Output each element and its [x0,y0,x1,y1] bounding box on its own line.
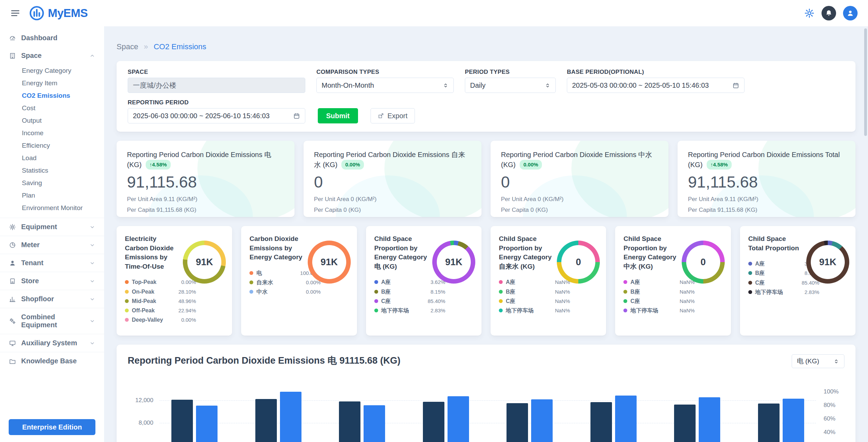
space-input[interactable]: 一度城/办公楼 [128,78,305,93]
y-axis-tick: 12,000 [135,397,153,404]
sidebar-subitem-income[interactable]: Income [0,127,104,139]
base-period-bar[interactable] [339,401,360,442]
export-button[interactable]: Export [371,108,415,123]
reporting-period-bar[interactable] [280,392,301,442]
menu-toggle-icon[interactable] [10,8,20,18]
topbar: MyEMS [0,0,868,26]
legend-item[interactable]: Mid-Peak48.96% [125,296,196,306]
reporting-period-bar[interactable] [783,399,804,442]
legend-dot-icon [125,280,129,284]
legend-item[interactable]: C座NaN% [623,296,695,306]
legend-dot-icon [748,262,752,266]
base-period-bar[interactable] [255,399,277,442]
sidebar-item-dashboard[interactable]: Dashboard [0,29,104,47]
legend-item[interactable]: 地下停车场NaN% [623,306,695,315]
sidebar-subitem-plan[interactable]: Plan [0,189,104,202]
legend-item[interactable]: On-Peak28.10% [125,287,196,296]
base-period-bar[interactable] [507,403,528,442]
sidebar-item-meter[interactable]: Meter [0,236,104,254]
sidebar-item-shopfloor[interactable]: Shopfloor [0,290,104,308]
select-caret-icon [545,83,551,88]
store-icon [9,278,16,285]
legend-item[interactable]: Deep-Valley0.00% [125,315,196,324]
calendar-icon [732,82,739,89]
base-period-bar[interactable] [590,402,612,442]
notifications-button[interactable] [822,6,836,20]
settings-gear-icon[interactable] [804,8,815,18]
sidebar-item-space[interactable]: Space [0,47,104,64]
legend-label: 地下停车场 [630,307,658,314]
sidebar-subitem-energy-category[interactable]: Energy Category [0,64,104,77]
donut-card: Child Space Total Proportion91KA座3.62%B座… [740,226,856,336]
enterprise-edition-button[interactable]: Enterprise Edition [9,419,95,435]
comparison-type-select[interactable]: Month-On-Month [316,78,454,93]
stat-value: 0 [314,173,471,191]
sidebar-item-combined-equipment[interactable]: Combined Equipment [0,308,104,334]
submit-button[interactable]: Submit [318,108,358,123]
reporting-period-input[interactable]: 2025-06-03 00:00:00 ~ 2025-06-10 15:46:0… [128,108,305,123]
sidebar-subitem-environment-monitor[interactable]: Environment Monitor [0,202,104,214]
legend-dot-icon [499,309,503,312]
unit-select[interactable]: 电 (KG) [792,354,844,368]
sidebar-subitem-efficiency[interactable]: Efficiency [0,139,104,152]
user-avatar[interactable] [843,6,858,20]
reporting-period-bar[interactable] [364,405,385,442]
legend-dot-icon [623,280,627,284]
sidebar-item-label: Tenant [21,259,43,267]
stat-value: 0 [501,173,658,191]
sidebar-item-label: Meter [21,241,40,249]
legend-label: A座 [381,279,391,285]
export-icon [378,113,384,119]
space-field: SPACE 一度城/办公楼 [128,69,305,93]
sidebar-subitem-saving[interactable]: Saving [0,177,104,189]
legend-item[interactable]: 地下停车场NaN% [499,306,570,315]
legend-value: 0.00% [181,317,196,323]
period-type-select[interactable]: Daily [465,78,556,93]
sidebar-subitem-output[interactable]: Output [0,114,104,127]
sidebar-subitem-statistics[interactable]: Statistics [0,164,104,177]
reporting-period-bar[interactable] [448,396,469,442]
y-axis-labels: 12,0008,000 [128,382,156,442]
calendar-icon [293,112,300,119]
sidebar-subitem-cost[interactable]: Cost [0,102,104,114]
bar-chart-card: Reporting Period Carbon Dioxide Emission… [117,345,856,442]
base-period-bar[interactable] [758,404,780,442]
reporting-period-bar[interactable] [615,396,637,442]
legend-item[interactable]: B座NaN% [623,287,695,296]
legend-item[interactable]: 地下停车场2.83% [748,287,819,297]
stat-card-title: Reporting Period Carbon Dioxide Emission… [314,150,471,170]
sidebar-subitem-co2-emissions[interactable]: CO2 Emissions [0,89,104,102]
reporting-period-bar[interactable] [531,399,553,442]
base-period-bar[interactable] [674,405,696,442]
stat-per-unit-area: Per Unit Area 0 (KG/M²) [314,194,471,205]
legend-item[interactable]: 地下停车场2.83% [374,306,445,315]
bar-group [171,400,218,442]
legend-item[interactable]: C座85.40% [374,296,445,306]
breadcrumb-parent[interactable]: Space [117,42,138,51]
sidebar-item-store[interactable]: Store [0,272,104,290]
brand-logo[interactable]: MyEMS [29,6,88,21]
stat-per-unit-area: Per Unit Area 9.11 (KG/M²) [127,194,284,205]
legend-item[interactable]: 中水0.00% [249,287,321,296]
base-period-bar[interactable] [171,400,193,442]
page-scrollbar[interactable] [864,28,867,136]
base-period-input[interactable]: 2025-05-03 00:00:00 ~ 2025-05-10 15:46:0… [567,78,744,93]
legend-label: 电 [256,270,262,276]
sidebar-item-equipment[interactable]: Equipment [0,218,104,236]
legend-item[interactable]: B座NaN% [499,287,570,296]
legend-item[interactable]: C座NaN% [499,296,570,306]
sidebar-item-auxiliary-system[interactable]: Auxiliary System [0,334,104,352]
sidebar-subitem-load[interactable]: Load [0,152,104,164]
sidebar-item-knowledge-base[interactable]: Knowledge Base [0,352,104,370]
sidebar-subitem-energy-item[interactable]: Energy Item [0,77,104,89]
breadcrumb-current[interactable]: CO2 Emissions [154,42,206,51]
sidebar-item-tenant[interactable]: Tenant [0,254,104,272]
legend-item[interactable]: B座8.15% [374,287,445,296]
reporting-period-bar[interactable] [196,406,218,442]
reporting-period-bar[interactable] [699,397,720,442]
legend-value: NaN% [680,298,695,304]
sidebar-submenu-space: Energy CategoryEnergy ItemCO2 EmissionsC… [0,64,104,218]
base-period-bar[interactable] [423,402,444,442]
legend-value: 0.00% [306,289,321,295]
legend-item[interactable]: Off-Peak22.94% [125,306,196,315]
